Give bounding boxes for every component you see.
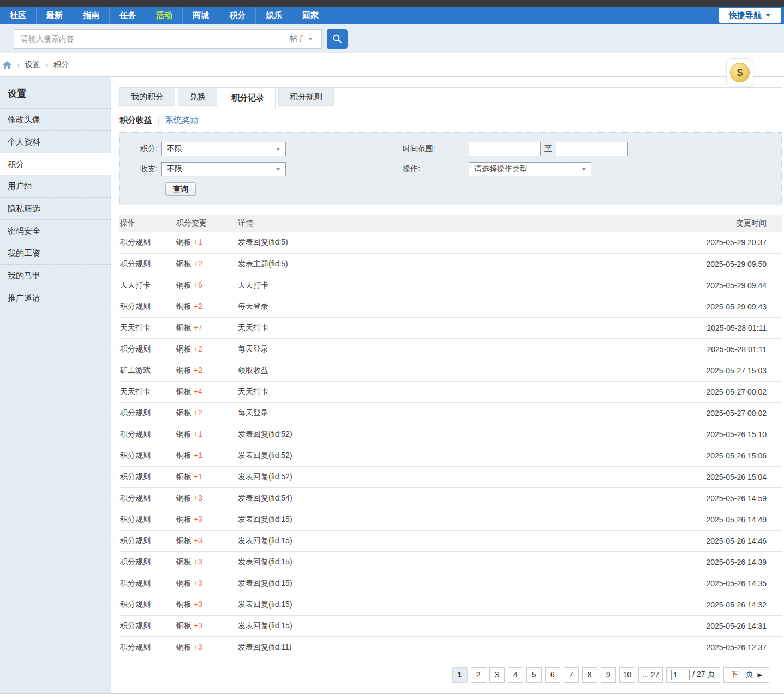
change-value: +1 [194, 472, 202, 481]
nav-item[interactable]: 最新 [36, 7, 73, 24]
subnav-system-reward[interactable]: 系统奖励 [165, 115, 198, 126]
change-value: +1 [194, 451, 202, 460]
nav-item[interactable]: 活动 [146, 7, 182, 24]
cell-detail: 发表回复(fid:54) [237, 487, 695, 509]
sidebar-item[interactable]: 隐私筛选 [0, 198, 111, 220]
breadcrumb: › 设置 › 积分 [0, 53, 784, 77]
page-button[interactable]: 7 [564, 667, 579, 683]
sidebar-item[interactable]: 推广邀请 [0, 287, 111, 309]
cell-time: 2025-05-29 09:43 [695, 296, 782, 317]
currency-name: 铜板 [176, 281, 194, 289]
page-button[interactable]: 9 [601, 667, 616, 683]
change-value: +3 [194, 493, 202, 502]
page-button[interactable]: 4 [508, 667, 523, 683]
cell-change: 铜板 +3 [176, 509, 237, 530]
cell-change: 铜板 +7 [176, 317, 237, 338]
nav-item[interactable]: 积分 [219, 7, 255, 24]
cell-detail: 发表回复(fid:5) [237, 232, 695, 253]
currency-name: 铜板 [176, 621, 194, 630]
search-button[interactable] [327, 29, 348, 49]
nav-item[interactable]: 回家 [292, 7, 328, 24]
cell-time: 2025-05-29 20:37 [695, 232, 782, 253]
cell-change: 铜板 +3 [176, 551, 237, 573]
cell-time: 2025-05-26 14:46 [695, 530, 782, 551]
page-button[interactable]: ... 27 [638, 667, 663, 683]
time-to-input[interactable] [556, 142, 628, 156]
header-time: 变更时间 [695, 215, 782, 232]
filter-row-3: 查询 [120, 182, 781, 196]
cell-change: 铜板 +1 [176, 445, 237, 466]
change-value: +3 [194, 536, 202, 545]
change-value: +2 [194, 366, 202, 374]
page-button[interactable]: 3 [489, 667, 505, 683]
cell-action: 积分规则 [119, 232, 176, 253]
sidebar-item[interactable]: 密码安全 [0, 220, 111, 242]
cell-time: 2025-05-29 09:50 [695, 253, 782, 275]
filter-panel: 积分: 不限 时间范围: 至 收支: 不限 [119, 132, 782, 205]
currency-name: 铜板 [176, 642, 194, 651]
action-filter-value: 请选择操作类型 [474, 164, 528, 174]
table-row: 积分规则铜板 +3发表回复(fid:15)2025-05-26 14:46 [119, 530, 782, 551]
page-button[interactable]: 6 [545, 667, 560, 683]
cell-action: 积分规则 [119, 530, 176, 551]
currency-name: 铜板 [176, 344, 194, 353]
quick-nav-button[interactable]: 快捷导航 [719, 8, 781, 23]
cell-detail: 每天登录 [237, 338, 695, 360]
points-filter-select[interactable]: 不限 [161, 142, 286, 156]
currency-name: 铜板 [176, 387, 194, 396]
cell-action: 积分规则 [119, 551, 176, 573]
tab[interactable]: 积分规则 [278, 88, 334, 106]
breadcrumb-settings[interactable]: 设置 [25, 60, 40, 70]
header-action: 操作 [119, 215, 176, 232]
filter-row-1: 积分: 不限 时间范围: 至 [120, 142, 781, 156]
page-button[interactable]: 2 [471, 667, 486, 683]
change-value: +2 [194, 344, 202, 353]
cell-detail: 发表回复(fid:15) [237, 573, 695, 594]
subnav-income[interactable]: 积分收益 [119, 115, 152, 126]
cell-detail: 天天打卡 [237, 381, 695, 402]
table-row: 积分规则铜板 +3发表回复(fid:15)2025-05-26 14:31 [119, 615, 782, 636]
next-page-button[interactable]: 下一页 ▶ [723, 667, 769, 683]
currency-name: 铜板 [176, 557, 194, 566]
sidebar-item[interactable]: 积分 [0, 153, 111, 175]
sidebar-item[interactable]: 我的马甲 [0, 265, 111, 287]
search-input[interactable] [14, 30, 280, 48]
home-icon[interactable] [3, 61, 11, 69]
nav-item[interactable]: 娱乐 [255, 7, 292, 24]
query-button[interactable]: 查询 [165, 182, 196, 196]
nav-item[interactable]: 社区 [0, 7, 36, 24]
search-bar: 帖子 [0, 24, 784, 53]
page-button[interactable]: 5 [526, 667, 542, 683]
action-filter-select[interactable]: 请选择操作类型 [469, 162, 591, 176]
sidebar-item[interactable]: 个人资料 [0, 131, 111, 153]
cell-time: 2025-05-26 14:35 [695, 573, 782, 594]
sidebar-item[interactable]: 用户组 [0, 175, 111, 198]
sidebar-item[interactable]: 我的工资 [0, 242, 111, 265]
table-row: 矿工游戏铜板 +2领取收益2025-05-27 15:03 [119, 360, 782, 381]
nav-item[interactable]: 商城 [182, 7, 219, 24]
page-jump-input[interactable] [671, 670, 690, 680]
time-from-input[interactable] [469, 142, 541, 156]
tab[interactable]: 我的积分 [119, 88, 175, 106]
nav-item[interactable]: 指南 [73, 7, 109, 24]
sidebar-title: 设置 [0, 77, 111, 109]
breadcrumb-points[interactable]: 积分 [53, 60, 69, 70]
balance-filter-select[interactable]: 不限 [161, 162, 286, 176]
tab[interactable]: 兑换 [178, 88, 217, 106]
cell-action: 矿工游戏 [119, 360, 176, 381]
arrow-right-icon: ▶ [758, 671, 762, 678]
page-button[interactable]: 8 [582, 667, 597, 683]
page-button[interactable]: 1 [452, 667, 468, 683]
page-button[interactable]: 10 [619, 667, 636, 683]
cell-change: 铜板 +1 [176, 232, 237, 253]
nav-item[interactable]: 任务 [109, 7, 146, 24]
cell-action: 天天打卡 [119, 381, 176, 402]
sidebar-item[interactable]: 修改头像 [0, 109, 111, 131]
cell-detail: 每天登录 [237, 402, 695, 424]
search-type-dropdown[interactable]: 帖子 [280, 30, 321, 48]
coin-widget[interactable]: $ [726, 58, 753, 86]
tab[interactable]: 积分记录 [220, 88, 276, 109]
cell-time: 2025-05-26 14:32 [695, 594, 782, 615]
cell-detail: 发表回复(fid:15) [237, 509, 695, 530]
points-subnav: 积分收益 | 系统奖励 [119, 115, 782, 126]
